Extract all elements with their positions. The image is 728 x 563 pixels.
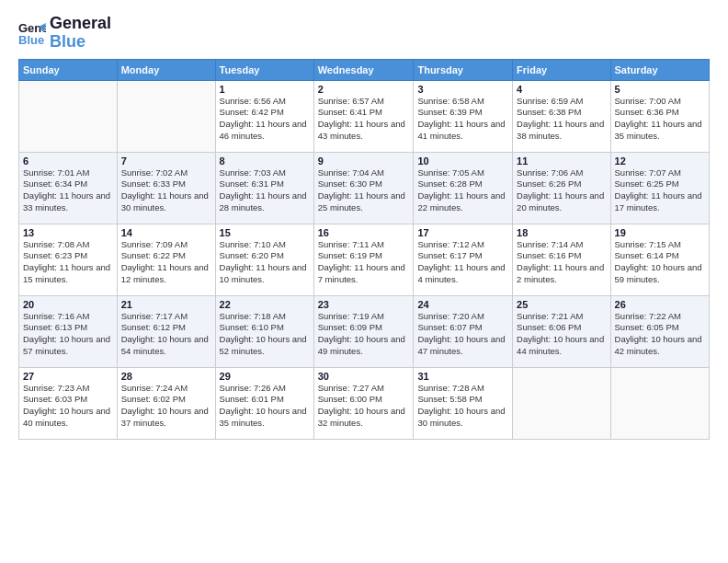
day-info: Sunrise: 7:17 AMSunset: 6:12 PMDaylight:… xyxy=(121,311,211,358)
calendar-cell: 23Sunrise: 7:19 AMSunset: 6:09 PMDayligh… xyxy=(313,295,414,367)
weekday-header-row: SundayMondayTuesdayWednesdayThursdayFrid… xyxy=(19,59,710,80)
day-number: 31 xyxy=(417,371,508,382)
day-info: Sunrise: 7:03 AMSunset: 6:31 PMDaylight:… xyxy=(220,167,310,214)
day-number: 19 xyxy=(615,227,705,238)
day-number: 21 xyxy=(121,299,211,310)
calendar-cell xyxy=(19,80,118,152)
calendar-cell: 24Sunrise: 7:20 AMSunset: 6:07 PMDayligh… xyxy=(414,295,513,367)
day-info: Sunrise: 7:02 AMSunset: 6:33 PMDaylight:… xyxy=(121,167,211,214)
day-info: Sunrise: 7:11 AMSunset: 6:19 PMDaylight:… xyxy=(318,239,410,286)
page: General Blue General Blue SundayMondayTu… xyxy=(0,0,728,563)
day-info: Sunrise: 7:22 AMSunset: 6:05 PMDaylight:… xyxy=(615,311,705,358)
calendar-cell: 20Sunrise: 7:16 AMSunset: 6:13 PMDayligh… xyxy=(19,295,118,367)
day-number: 30 xyxy=(318,371,410,382)
day-number: 27 xyxy=(23,371,113,382)
calendar-cell: 21Sunrise: 7:17 AMSunset: 6:12 PMDayligh… xyxy=(117,295,215,367)
week-row-3: 13Sunrise: 7:08 AMSunset: 6:23 PMDayligh… xyxy=(19,224,710,295)
day-info: Sunrise: 6:57 AMSunset: 6:41 PMDaylight:… xyxy=(318,96,410,143)
day-info: Sunrise: 7:23 AMSunset: 6:03 PMDaylight:… xyxy=(23,383,113,430)
weekday-thursday: Thursday xyxy=(414,59,513,80)
day-number: 8 xyxy=(220,155,310,167)
week-row-5: 27Sunrise: 7:23 AMSunset: 6:03 PMDayligh… xyxy=(19,367,710,439)
svg-text:Blue: Blue xyxy=(18,33,44,47)
day-info: Sunrise: 7:15 AMSunset: 6:14 PMDaylight:… xyxy=(615,239,705,286)
day-number: 11 xyxy=(517,155,606,167)
calendar-cell: 28Sunrise: 7:24 AMSunset: 6:02 PMDayligh… xyxy=(117,367,215,439)
day-number: 15 xyxy=(220,227,310,238)
logo-text: General Blue xyxy=(50,15,111,52)
day-info: Sunrise: 7:28 AMSunset: 5:58 PMDaylight:… xyxy=(417,383,508,430)
day-number: 12 xyxy=(615,155,705,167)
day-info: Sunrise: 6:58 AMSunset: 6:39 PMDaylight:… xyxy=(417,96,508,143)
calendar-cell: 10Sunrise: 7:05 AMSunset: 6:28 PMDayligh… xyxy=(414,152,513,224)
day-number: 2 xyxy=(318,84,410,95)
week-row-2: 6Sunrise: 7:01 AMSunset: 6:34 PMDaylight… xyxy=(19,152,710,224)
day-number: 10 xyxy=(417,155,508,167)
weekday-friday: Friday xyxy=(513,59,610,80)
day-number: 1 xyxy=(220,84,310,95)
calendar-cell: 4Sunrise: 6:59 AMSunset: 6:38 PMDaylight… xyxy=(513,80,610,152)
calendar-cell: 9Sunrise: 7:04 AMSunset: 6:30 PMDaylight… xyxy=(313,152,414,224)
logo-icon: General Blue xyxy=(18,19,46,47)
day-info: Sunrise: 7:05 AMSunset: 6:28 PMDaylight:… xyxy=(417,167,508,214)
calendar-cell: 18Sunrise: 7:14 AMSunset: 6:16 PMDayligh… xyxy=(513,224,610,295)
week-row-4: 20Sunrise: 7:16 AMSunset: 6:13 PMDayligh… xyxy=(19,295,710,367)
calendar-cell: 3Sunrise: 6:58 AMSunset: 6:39 PMDaylight… xyxy=(414,80,513,152)
weekday-monday: Monday xyxy=(117,59,215,80)
day-info: Sunrise: 7:24 AMSunset: 6:02 PMDaylight:… xyxy=(121,383,211,430)
day-info: Sunrise: 7:00 AMSunset: 6:36 PMDaylight:… xyxy=(615,96,705,143)
day-number: 20 xyxy=(23,299,113,310)
day-number: 17 xyxy=(417,227,508,238)
weekday-tuesday: Tuesday xyxy=(215,59,313,80)
calendar-cell xyxy=(513,367,610,439)
day-info: Sunrise: 7:20 AMSunset: 6:07 PMDaylight:… xyxy=(417,311,508,358)
calendar-cell: 27Sunrise: 7:23 AMSunset: 6:03 PMDayligh… xyxy=(19,367,118,439)
day-info: Sunrise: 7:07 AMSunset: 6:25 PMDaylight:… xyxy=(615,167,705,214)
day-info: Sunrise: 7:06 AMSunset: 6:26 PMDaylight:… xyxy=(517,167,606,214)
day-number: 23 xyxy=(318,299,410,310)
day-number: 24 xyxy=(417,299,508,310)
day-number: 16 xyxy=(318,227,410,238)
day-number: 18 xyxy=(517,227,606,238)
day-info: Sunrise: 7:18 AMSunset: 6:10 PMDaylight:… xyxy=(220,311,310,358)
week-row-1: 1Sunrise: 6:56 AMSunset: 6:42 PMDaylight… xyxy=(19,80,710,152)
day-number: 14 xyxy=(121,227,211,238)
calendar-cell: 29Sunrise: 7:26 AMSunset: 6:01 PMDayligh… xyxy=(215,367,313,439)
day-number: 9 xyxy=(318,155,410,167)
day-number: 6 xyxy=(23,155,113,167)
calendar-cell: 22Sunrise: 7:18 AMSunset: 6:10 PMDayligh… xyxy=(215,295,313,367)
weekday-sunday: Sunday xyxy=(19,59,118,80)
calendar-cell: 19Sunrise: 7:15 AMSunset: 6:14 PMDayligh… xyxy=(610,224,709,295)
day-info: Sunrise: 7:09 AMSunset: 6:22 PMDaylight:… xyxy=(121,239,211,286)
calendar-cell: 15Sunrise: 7:10 AMSunset: 6:20 PMDayligh… xyxy=(215,224,313,295)
day-info: Sunrise: 7:21 AMSunset: 6:06 PMDaylight:… xyxy=(517,311,606,358)
day-info: Sunrise: 7:14 AMSunset: 6:16 PMDaylight:… xyxy=(517,239,606,286)
day-info: Sunrise: 7:08 AMSunset: 6:23 PMDaylight:… xyxy=(23,239,113,286)
day-number: 28 xyxy=(121,371,211,382)
calendar-cell: 30Sunrise: 7:27 AMSunset: 6:00 PMDayligh… xyxy=(313,367,414,439)
day-info: Sunrise: 6:59 AMSunset: 6:38 PMDaylight:… xyxy=(517,96,606,143)
calendar-cell: 17Sunrise: 7:12 AMSunset: 6:17 PMDayligh… xyxy=(414,224,513,295)
day-info: Sunrise: 7:16 AMSunset: 6:13 PMDaylight:… xyxy=(23,311,113,358)
calendar-cell: 12Sunrise: 7:07 AMSunset: 6:25 PMDayligh… xyxy=(610,152,709,224)
day-number: 7 xyxy=(121,155,211,167)
calendar-cell: 16Sunrise: 7:11 AMSunset: 6:19 PMDayligh… xyxy=(313,224,414,295)
calendar-cell: 11Sunrise: 7:06 AMSunset: 6:26 PMDayligh… xyxy=(513,152,610,224)
calendar-cell: 8Sunrise: 7:03 AMSunset: 6:31 PMDaylight… xyxy=(215,152,313,224)
day-info: Sunrise: 7:27 AMSunset: 6:00 PMDaylight:… xyxy=(318,383,410,430)
calendar-cell xyxy=(610,367,709,439)
day-number: 26 xyxy=(615,299,705,310)
logo: General Blue General Blue xyxy=(18,15,111,52)
calendar-cell: 7Sunrise: 7:02 AMSunset: 6:33 PMDaylight… xyxy=(117,152,215,224)
weekday-saturday: Saturday xyxy=(610,59,709,80)
day-number: 4 xyxy=(517,84,606,95)
day-info: Sunrise: 6:56 AMSunset: 6:42 PMDaylight:… xyxy=(220,96,310,143)
header: General Blue General Blue xyxy=(18,15,710,52)
day-info: Sunrise: 7:01 AMSunset: 6:34 PMDaylight:… xyxy=(23,167,113,214)
weekday-wednesday: Wednesday xyxy=(313,59,414,80)
day-info: Sunrise: 7:10 AMSunset: 6:20 PMDaylight:… xyxy=(220,239,310,286)
day-info: Sunrise: 7:26 AMSunset: 6:01 PMDaylight:… xyxy=(220,383,310,430)
calendar-table: SundayMondayTuesdayWednesdayThursdayFrid… xyxy=(18,59,710,440)
calendar-cell: 2Sunrise: 6:57 AMSunset: 6:41 PMDaylight… xyxy=(313,80,414,152)
day-number: 29 xyxy=(220,371,310,382)
